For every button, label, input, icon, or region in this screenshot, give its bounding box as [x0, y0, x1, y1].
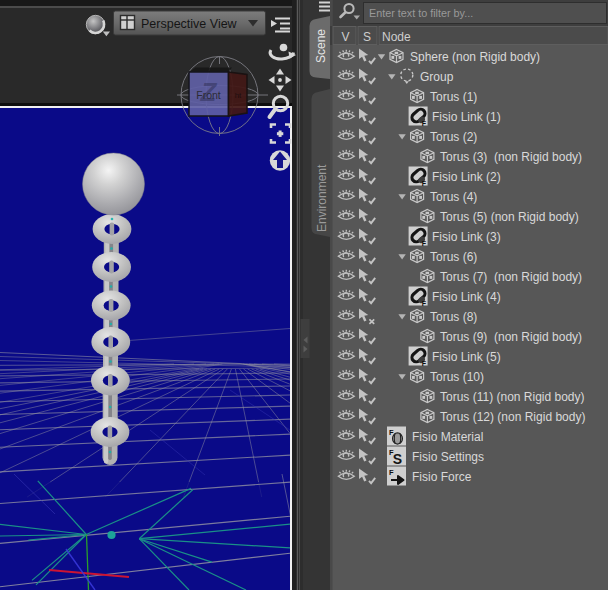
svg-text:V: V: [341, 30, 349, 44]
svg-text:Torus (3) (non Rigid body): Torus (3) (non Rigid body): [440, 150, 582, 164]
svg-text:Node: Node: [382, 30, 411, 44]
svg-text:Scene: Scene: [314, 29, 328, 63]
svg-text:Fisio Settings: Fisio Settings: [412, 450, 484, 464]
svg-text:Torus (8): Torus (8): [430, 310, 477, 324]
svg-text:Fisio Material: Fisio Material: [412, 430, 483, 444]
svg-text:Torus (2): Torus (2): [430, 130, 477, 144]
svg-text:Front: Front: [196, 89, 221, 101]
svg-text:Enter text to filter by...: Enter text to filter by...: [369, 7, 473, 19]
svg-text:Fisio Link (3): Fisio Link (3): [432, 230, 501, 244]
svg-text:Torus (9) (non Rigid body): Torus (9) (non Rigid body): [440, 330, 582, 344]
svg-text:Torus (7) (non Rigid body): Torus (7) (non Rigid body): [440, 270, 582, 284]
svg-text:Torus (10): Torus (10): [430, 370, 484, 384]
svg-text:Group: Group: [420, 70, 454, 84]
svg-text:Perspective View: Perspective View: [141, 17, 238, 31]
svg-text:Environment: Environment: [315, 164, 329, 232]
svg-text:Fisio Link (4): Fisio Link (4): [432, 290, 501, 304]
svg-text:Fisio Force: Fisio Force: [412, 470, 472, 484]
svg-text:Torus (12) (non Rigid body): Torus (12) (non Rigid body): [440, 410, 585, 424]
svg-text:Torus (6): Torus (6): [430, 250, 477, 264]
svg-text:ht: ht: [235, 91, 242, 100]
svg-text:Sphere (non Rigid body): Sphere (non Rigid body): [410, 50, 540, 64]
svg-text:Fisio Link (5): Fisio Link (5): [432, 350, 501, 364]
svg-text:S: S: [363, 30, 371, 44]
svg-text:Torus (11) (non Rigid body): Torus (11) (non Rigid body): [440, 390, 585, 404]
svg-text:Torus (5) (non Rigid body): Torus (5) (non Rigid body): [440, 210, 579, 224]
svg-text:Fisio Link (2): Fisio Link (2): [432, 170, 501, 184]
svg-text:Torus (4): Torus (4): [430, 190, 477, 204]
svg-text:Torus (1): Torus (1): [430, 90, 477, 104]
svg-text:Fisio Link (1): Fisio Link (1): [432, 110, 501, 124]
